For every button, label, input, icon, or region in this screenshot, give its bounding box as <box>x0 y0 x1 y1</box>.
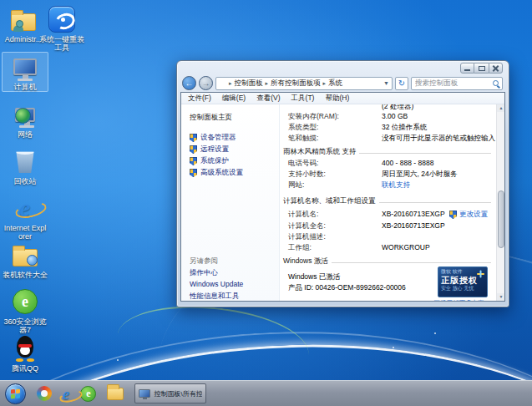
control-panel-window-icon <box>139 389 150 398</box>
desktop-icon-label: 网络 <box>18 130 33 139</box>
desktop-icon-label: 装机软件大全 <box>3 271 48 279</box>
sidebar-item-remote-settings[interactable]: 远程设置 <box>190 145 229 155</box>
menu-view[interactable]: 查看(V) <box>256 94 280 104</box>
workgroup-value: WORKGROUP <box>382 243 430 251</box>
left-task-pane: 控制面板主页 设备管理器 远程设置 系统保护 <box>181 104 280 301</box>
desktop-icon-label: 回收站 <box>14 177 37 185</box>
qq-penguin-icon <box>10 334 40 363</box>
windows-explorer-taskbar-icon[interactable] <box>107 388 124 400</box>
desktop-icon-software-collection[interactable]: 装机软件大全 <box>2 241 48 279</box>
uac-shield-icon <box>190 169 197 177</box>
maximize-button[interactable] <box>474 63 489 74</box>
breadcrumb-control-panel[interactable]: 控制面板 <box>235 79 263 89</box>
network-icon <box>10 100 40 129</box>
desktop-icon-system-reinstall-tool[interactable]: 系统一键重装工具 <box>38 5 85 53</box>
menu-tools[interactable]: 工具(T) <box>291 94 315 104</box>
desktop-icon-tencent-qq[interactable]: 腾讯QQ <box>2 334 48 373</box>
desktop-icon-recycle-bin[interactable]: 回收站 <box>2 147 48 185</box>
back-button[interactable]: ← <box>182 76 196 90</box>
menu-file[interactable]: 文件(F) <box>188 94 211 104</box>
close-button[interactable] <box>489 63 503 74</box>
minimize-icon <box>464 69 470 71</box>
search-placeholder: 搜索控制面板 <box>415 79 489 89</box>
support-section-header: 雨林木风精简系统 支持 <box>283 147 356 157</box>
desktop-icon-label: 360安全浏览器7 <box>3 317 48 335</box>
refresh-button[interactable]: ↻ <box>395 77 408 90</box>
desktop-icon-computer[interactable]: 计算机 <box>2 52 48 92</box>
field-label: 计算机名: <box>288 210 382 220</box>
address-bar[interactable]: ▸ 控制面板 ▸ 所有控制面板项 ▸ 系统 ▼ <box>215 77 393 90</box>
learn-more-online-link[interactable]: 联机了解更多内容... <box>434 299 489 301</box>
field-value: 400 - 888 - 8888 <box>382 159 433 167</box>
360-browser-taskbar-icon[interactable]: e <box>80 386 96 402</box>
desktop: Administr... 系统一键重装工具 计算机 网络 回收站 e Inter… <box>0 0 532 406</box>
search-icon <box>493 80 499 86</box>
desktop-icon-label: Administr... <box>5 35 43 43</box>
running-task-button[interactable]: 控制面板\所有控... <box>134 383 206 403</box>
computer-name-value: XB-20160713EXGP <box>382 210 445 218</box>
taskbar: e e 控制面板\所有控... <box>0 380 532 406</box>
scroll-up-icon[interactable]: ▲ <box>497 104 504 112</box>
computer-icon <box>10 53 40 81</box>
section-divider <box>332 262 491 263</box>
breadcrumb-all-items[interactable]: 所有控制面板项 <box>271 79 321 89</box>
sidebar-item-label: 高级系统设置 <box>200 168 243 178</box>
user-folder-icon <box>8 5 38 33</box>
menu-help[interactable]: 帮助(H) <box>325 94 349 104</box>
internet-explorer-taskbar-icon[interactable]: e <box>63 386 69 402</box>
sidebar-item-control-panel-home[interactable]: 控制面板主页 <box>190 113 232 123</box>
full-computer-name-value: XB-20160713EXGP <box>382 221 445 230</box>
badge-bottom-text: 安全 放心 无忧 <box>441 286 484 292</box>
menu-edit[interactable]: 编辑(E) <box>222 94 246 104</box>
forward-button[interactable]: → <box>199 76 213 90</box>
sogou-browser-taskbar-icon[interactable] <box>37 386 52 401</box>
uac-shield-icon <box>190 134 197 142</box>
breadcrumb-arrow-icon: ▸ <box>229 80 232 87</box>
field-label: 电话号码: <box>288 159 382 169</box>
start-button[interactable] <box>5 383 26 404</box>
window-client-area: 文件(F) 编辑(E) 查看(V) 工具(T) 帮助(H) 控制面板主页 设备管… <box>180 92 505 302</box>
sidebar-item-system-protection[interactable]: 系统保护 <box>190 156 229 166</box>
sidebar-item-action-center[interactable]: 操作中心 <box>190 268 218 278</box>
sidebar-item-label: 远程设置 <box>200 145 229 155</box>
desktop-icon-360-browser[interactable]: e 360安全浏览器7 <box>2 287 48 335</box>
change-settings-link[interactable]: 更改设置 <box>449 210 488 220</box>
sidebar-item-advanced-system-settings[interactable]: 高级系统设置 <box>190 168 243 178</box>
breadcrumb-arrow-icon: ▸ <box>323 80 327 87</box>
scroll-down-icon[interactable]: ▼ <box>497 293 504 301</box>
field-label: 计算机全名: <box>288 221 382 231</box>
desktop-icon-internet-explorer[interactable]: e Internet Explorer <box>2 194 48 241</box>
running-task-label: 控制面板\所有控... <box>154 389 202 398</box>
field-label: 安装内存(RAM): <box>288 112 382 122</box>
sidebar-item-device-manager[interactable]: 设备管理器 <box>190 133 236 143</box>
product-id: 产品 ID: 00426-OEM-8992662-00006 <box>288 283 406 292</box>
desktop-icon-label: 计算机 <box>14 83 37 91</box>
window-titlebar[interactable] <box>177 61 509 74</box>
processor-clipped-text: (2 处理器) <box>382 104 413 110</box>
sidebar-item-label: 系统保护 <box>200 156 229 166</box>
field-value: 3.00 GB <box>382 112 408 120</box>
field-label: 工作组: <box>288 243 382 253</box>
section-divider <box>379 202 492 203</box>
maximize-icon <box>479 66 485 71</box>
vertical-scrollbar[interactable]: ▲ ▼ <box>496 104 504 301</box>
section-divider <box>359 153 491 154</box>
wallpaper-green-swoosh <box>114 297 312 393</box>
minimize-button[interactable] <box>460 63 474 74</box>
see-also-header: 另请参阅 <box>190 256 218 266</box>
desktop-icon-network[interactable]: 网络 <box>2 100 48 139</box>
caption-buttons <box>460 63 503 74</box>
close-icon <box>492 64 499 72</box>
recycle-bin-icon <box>10 147 40 175</box>
genuine-windows-badge[interactable]: 微软 软件 正版授权 安全 放心 无忧 <box>438 266 488 297</box>
sidebar-item-windows-update[interactable]: Windows Update <box>190 280 243 288</box>
online-support-link[interactable]: 联机支持 <box>382 180 410 189</box>
scrollbar-thumb[interactable] <box>498 190 504 247</box>
computer-name-section-header: 计算机名称、域和工作组设置 <box>283 196 376 206</box>
breadcrumb-system[interactable]: 系统 <box>328 79 342 89</box>
sidebar-item-performance-tools[interactable]: 性能信息和工具 <box>190 292 240 301</box>
desktop-icon-label: 系统一键重装工具 <box>39 35 84 53</box>
sparkle-icon <box>477 270 484 277</box>
address-dropdown-icon[interactable]: ▼ <box>383 80 389 86</box>
search-box[interactable]: 搜索控制面板 <box>411 77 503 90</box>
